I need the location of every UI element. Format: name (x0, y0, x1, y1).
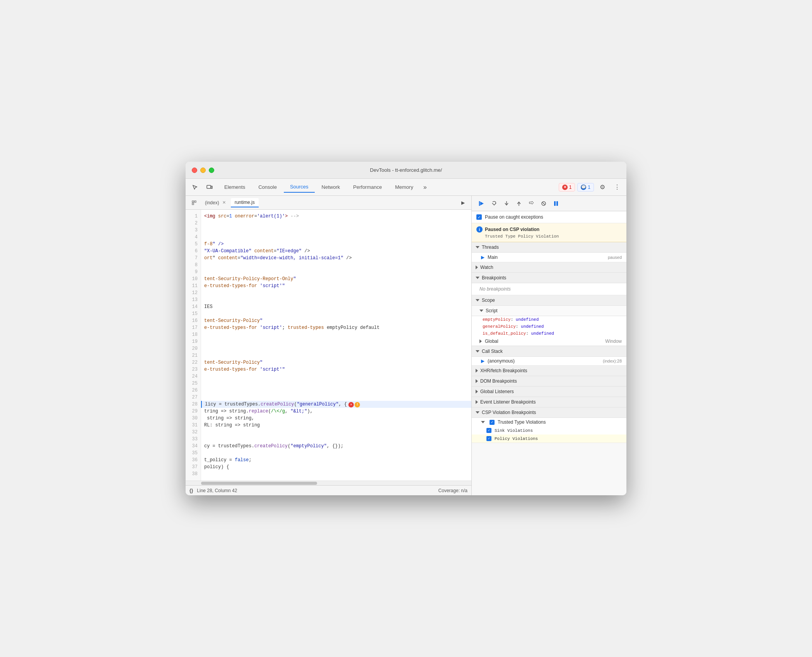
event-listener-breakpoints-header[interactable]: Event Listener Breakpoints (472, 397, 626, 407)
code-line-1: <img src=1 onerror='alert(1)'> --> (201, 213, 471, 220)
code-line-13 (201, 296, 471, 303)
check-icon: ✓ (488, 436, 490, 441)
devtools-tab-bar: Elements Console Sources Network Perform… (186, 179, 626, 196)
file-tree-toggle[interactable] (189, 197, 200, 208)
info-icon: i (476, 226, 483, 233)
svg-rect-2 (192, 201, 194, 202)
call-stack-section-header[interactable]: Call Stack (472, 346, 626, 357)
scope-global-row[interactable]: Global Window (472, 337, 626, 346)
code-line-5: f-8" /> (201, 241, 471, 248)
code-line-35 (201, 450, 471, 457)
message-badge-button[interactable]: 💬 1 (577, 183, 594, 192)
code-line-15 (201, 310, 471, 317)
breakpoints-section-header[interactable]: Breakpoints (472, 273, 626, 283)
cursor-icon[interactable] (189, 181, 201, 193)
scope-general-policy: generalPolicy: undefined (472, 323, 626, 330)
callstack-arrow-icon: ▶ (481, 358, 484, 364)
pause-exceptions-checkbox[interactable]: ✓ (476, 214, 482, 220)
scope-script-header[interactable]: Script (472, 306, 626, 316)
file-tab-index-close[interactable]: ✕ (222, 200, 227, 205)
dom-breakpoints-header[interactable]: DOM Breakpoints (472, 376, 626, 387)
dom-expand-icon (476, 379, 478, 383)
watch-section-header[interactable]: Watch (472, 262, 626, 273)
step-into-button[interactable] (501, 198, 512, 209)
csp-banner-message: Trusted Type Policy Violation (476, 234, 622, 239)
dom-label: DOM Breakpoints (480, 378, 517, 384)
more-options-button[interactable]: ⋮ (611, 181, 623, 193)
format-button[interactable]: {} (189, 488, 193, 493)
sink-violations-checkbox[interactable]: ✓ (486, 428, 491, 433)
sink-violations-item[interactable]: ✓ Sink Violations (472, 426, 626, 435)
callstack-anonymous-label: (anonymous) (488, 358, 515, 364)
threads-expand-icon (476, 246, 479, 248)
step-over-button[interactable] (489, 198, 500, 209)
scope-empty-policy: emptyPolicy: undefined (472, 316, 626, 323)
tab-performance[interactable]: Performance (347, 182, 388, 192)
step-out-button[interactable] (513, 198, 524, 209)
tab-overflow-button[interactable]: » (420, 182, 430, 192)
code-line-24 (201, 373, 471, 380)
trusted-type-violations-item[interactable]: ✓ Trusted Type Violations (472, 418, 626, 426)
tab-memory[interactable]: Memory (389, 182, 420, 192)
scope-section-header[interactable]: Scope (472, 295, 626, 306)
scope-is-default-policy: is_default_policy: undefined (472, 330, 626, 337)
tab-network[interactable]: Network (316, 182, 346, 192)
policy-violations-item[interactable]: ✓ Policy Violations (472, 435, 626, 443)
settings-button[interactable]: ⚙ (596, 181, 609, 193)
check-icon: ✓ (478, 215, 481, 219)
step-button[interactable] (526, 198, 537, 209)
scope-expand-icon (476, 299, 479, 301)
thread-main[interactable]: ▶ Main paused (472, 253, 626, 262)
svg-line-10 (542, 202, 545, 205)
pause-on-exception-toggle[interactable] (551, 198, 561, 209)
message-count: 1 (588, 185, 590, 190)
thread-main-label: Main (488, 255, 498, 260)
code-line-31: RL: string => string (201, 422, 471, 429)
tab-console[interactable]: Console (252, 182, 283, 192)
scope-script-expand-icon (479, 310, 483, 312)
code-line-9 (201, 269, 471, 275)
trusted-type-checkbox[interactable]: ✓ (490, 420, 495, 425)
code-line-16: tent-Security-Policy" (201, 317, 471, 324)
watch-label: Watch (480, 265, 493, 270)
file-tab-runtime[interactable]: runtime.js (231, 198, 259, 207)
no-breakpoints-label: No breakpoints (472, 283, 626, 295)
horizontal-scrollbar[interactable] (186, 481, 471, 485)
run-snippet-button[interactable]: ▶ (457, 197, 468, 208)
minimize-button[interactable] (200, 168, 206, 173)
code-content[interactable]: 1 2 3 4 5 6 7 8 9 10 11 12 13 14 (186, 210, 471, 481)
device-icon[interactable] (203, 181, 216, 193)
code-line-2 (201, 220, 471, 227)
code-line-21 (201, 352, 471, 359)
code-line-4 (201, 234, 471, 241)
csp-violation-breakpoints-header[interactable]: CSP Violation Breakpoints (472, 407, 626, 418)
call-stack-section-content: ▶ (anonymous) (index):28 (472, 357, 626, 366)
check-icon: ✓ (491, 420, 494, 424)
right-panel: ✓ Pause on caught exceptions i Paused on… (472, 196, 626, 495)
close-button[interactable] (192, 168, 197, 173)
breakpoints-section-content: No breakpoints (472, 283, 626, 295)
tab-elements[interactable]: Elements (218, 182, 251, 192)
policy-violations-checkbox[interactable]: ✓ (486, 436, 491, 441)
scrollbar-thumb[interactable] (201, 482, 317, 485)
file-tab-index[interactable]: (index) ✕ (201, 198, 231, 207)
xhr-expand-icon (476, 369, 478, 373)
maximize-button[interactable] (209, 168, 214, 173)
global-listeners-header[interactable]: Global Listeners (472, 387, 626, 397)
callstack-anonymous[interactable]: ▶ (anonymous) (index):28 (472, 357, 626, 365)
csp-banner-title-text: Paused on CSP violation (485, 227, 539, 232)
svg-marker-5 (480, 202, 484, 205)
code-line-12 (201, 289, 471, 296)
svg-rect-11 (554, 201, 556, 206)
xhr-breakpoints-header[interactable]: XHR/fetch Breakpoints (472, 366, 626, 376)
code-line-30: string => string, (201, 415, 471, 422)
trusted-type-expand-icon (481, 421, 485, 423)
deactivate-breakpoints-button[interactable] (538, 198, 549, 209)
resume-button[interactable] (476, 198, 487, 209)
error-badge-button[interactable]: ✕ 1 (559, 183, 575, 192)
window-title: DevTools - tt-enforced.glitch.me/ (370, 167, 442, 173)
tab-sources[interactable]: Sources (284, 181, 315, 193)
threads-section-header[interactable]: Threads (472, 242, 626, 253)
code-line-10: tent-Security-Policy-Report-Only" (201, 275, 471, 282)
code-line-17: e-trusted-types-for 'script'; trusted-ty… (201, 324, 471, 331)
